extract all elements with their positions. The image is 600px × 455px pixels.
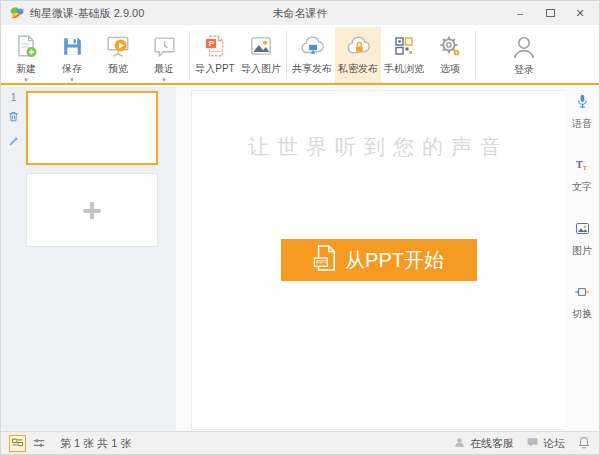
recent-icon <box>152 32 177 60</box>
microphone-icon <box>574 93 591 114</box>
chevron-down-icon: ▾ <box>162 77 166 82</box>
share-publish-cloud-icon <box>299 32 326 60</box>
chevron-down-icon: ▾ <box>70 77 74 82</box>
image-icon <box>574 220 591 241</box>
save-button-label: 保存 <box>62 62 82 76</box>
save-icon <box>60 32 85 60</box>
svg-text:P: P <box>209 39 215 48</box>
import-image-button[interactable]: 导入图片 <box>238 27 284 83</box>
support-agent-icon <box>453 436 466 451</box>
start-from-ppt-label: 从PPT开始 <box>345 247 444 274</box>
share-publish-button[interactable]: 共享发布 <box>289 27 335 83</box>
slide-gutter: 1 <box>1 91 26 151</box>
recent-button-label: 最近 <box>154 62 174 76</box>
slides-panel: 1 + <box>1 87 176 431</box>
new-button-label: 新建 <box>16 62 36 76</box>
private-publish-cloud-lock-icon <box>345 32 372 60</box>
online-service-label: 在线客服 <box>470 436 514 451</box>
import-ppt-button-label: 导入PPT <box>195 62 234 76</box>
forum-label: 论坛 <box>543 436 565 451</box>
transition-tool-label: 切换 <box>572 307 592 321</box>
import-group: P 导入PPT 导入图片 <box>192 27 284 83</box>
login-button[interactable]: 登录 <box>489 27 559 83</box>
page-info: 第 1 张 共 1 张 <box>60 436 132 451</box>
toolbar-separator <box>286 31 287 79</box>
body-area: 1 + 让世界听到您的声音 <box>1 87 599 431</box>
text-tool[interactable]: T T 文字 <box>572 157 592 194</box>
minimize-button[interactable]: – <box>507 4 533 22</box>
image-tool-label: 图片 <box>572 244 592 258</box>
file-group: 新建 ▾ 保存 ▾ <box>3 27 187 83</box>
app-logo-icon <box>9 5 25 21</box>
right-tool-rail: 语音 T T 文字 图片 <box>565 87 599 431</box>
slide-number: 1 <box>10 91 16 103</box>
forum-link[interactable]: 论坛 <box>526 436 565 451</box>
ppt-badge-text: PPT <box>316 259 328 265</box>
publish-group: 共享发布 私密发布 <box>289 27 473 83</box>
slide-canvas[interactable]: 让世界听到您的声音 PPT 从PPT开始 <box>191 90 566 430</box>
toolbar-spacer <box>478 27 489 83</box>
import-ppt-icon: P <box>202 32 228 60</box>
voice-tool[interactable]: 语音 <box>572 93 592 131</box>
app-window: 绚星微课-基础版 2.9.00 未命名课件 – ✕ 新建 <box>0 0 600 455</box>
toolbar-separator <box>189 31 190 79</box>
preview-button[interactable]: 预览 <box>95 27 141 83</box>
svg-text:T: T <box>583 165 587 171</box>
add-slide-button[interactable]: + <box>26 173 158 247</box>
new-button[interactable]: 新建 ▾ <box>3 27 49 83</box>
options-button-label: 选项 <box>440 62 460 76</box>
brush-icon[interactable] <box>8 133 20 151</box>
maximize-icon <box>546 9 555 17</box>
transition-tool[interactable]: 切换 <box>572 284 592 321</box>
sliders-icon[interactable] <box>32 436 46 450</box>
recent-button[interactable]: 最近 ▾ <box>141 27 187 83</box>
private-publish-button[interactable]: 私密发布 <box>335 27 381 83</box>
chat-bubble-icon <box>526 436 539 451</box>
import-image-icon <box>248 32 274 60</box>
preview-icon <box>105 32 131 60</box>
app-title: 绚星微课-基础版 2.9.00 <box>30 6 144 21</box>
save-button[interactable]: 保存 ▾ <box>49 27 95 83</box>
main-toolbar: 新建 ▾ 保存 ▾ <box>1 25 599 85</box>
new-document-icon <box>13 32 39 60</box>
svg-text:T: T <box>576 159 583 170</box>
import-ppt-button[interactable]: P 导入PPT <box>192 27 238 83</box>
title-bar: 绚星微课-基础版 2.9.00 未命名课件 – ✕ <box>1 1 599 25</box>
private-publish-button-label: 私密发布 <box>338 62 378 76</box>
ppt-document-icon: PPT <box>313 244 337 277</box>
bell-icon[interactable] <box>577 435 591 451</box>
mobile-view-button[interactable]: 手机浏览 <box>381 27 427 83</box>
start-from-ppt-button[interactable]: PPT 从PPT开始 <box>281 239 477 281</box>
preview-button-label: 预览 <box>108 62 128 76</box>
status-bar-right: 在线客服 论坛 <box>453 435 591 451</box>
main-area: 让世界听到您的声音 PPT 从PPT开始 <box>176 87 599 431</box>
import-image-button-label: 导入图片 <box>241 62 281 76</box>
trash-icon[interactable] <box>7 109 20 127</box>
slide-sorter-view-button[interactable] <box>9 435 26 452</box>
image-tool[interactable]: 图片 <box>572 220 592 258</box>
window-controls: – ✕ <box>507 4 593 22</box>
mobile-view-button-label: 手机浏览 <box>384 62 424 76</box>
online-service-link[interactable]: 在线客服 <box>453 436 514 451</box>
status-bar: 第 1 张 共 1 张 在线客服 论坛 <box>1 431 599 454</box>
plus-icon: + <box>82 193 102 227</box>
slide-thumbnail-1[interactable] <box>26 91 158 165</box>
voice-tool-label: 语音 <box>572 117 592 131</box>
slogan-text: 让世界听到您的声音 <box>192 133 565 161</box>
close-button[interactable]: ✕ <box>567 4 593 22</box>
user-icon <box>508 34 540 62</box>
text-icon: T T <box>574 157 590 177</box>
transition-icon <box>574 284 590 304</box>
options-button[interactable]: 选项 <box>427 27 473 83</box>
share-publish-button-label: 共享发布 <box>292 62 332 76</box>
text-tool-label: 文字 <box>572 180 592 194</box>
gear-icon <box>437 32 463 60</box>
login-button-label: 登录 <box>514 63 534 77</box>
qr-grid-icon <box>392 32 416 60</box>
toolbar-separator <box>475 31 476 79</box>
maximize-button[interactable] <box>537 4 563 22</box>
chevron-down-icon: ▾ <box>24 77 28 82</box>
